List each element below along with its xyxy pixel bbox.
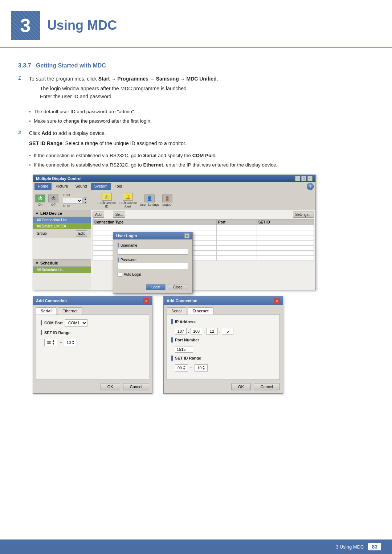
- username-label: Username: [118, 243, 188, 247]
- user-login-dialog-body: Username Password Auto Login: [113, 239, 192, 284]
- com-port-bar: [41, 320, 42, 325]
- from-spin-down-eth[interactable]: ▼: [183, 368, 185, 371]
- serial-tab-on-ethernet[interactable]: Serial: [167, 307, 186, 315]
- range-tilde: ~: [60, 340, 62, 345]
- mute-label: Mute: [63, 204, 87, 208]
- search-button[interactable]: Se...: [113, 212, 126, 218]
- ip-octet-4[interactable]: [222, 328, 233, 335]
- off-icon: ⏻: [48, 194, 58, 202]
- help-button[interactable]: ?: [307, 183, 314, 190]
- spin-up[interactable]: ▲: [83, 197, 87, 200]
- port-number-section: Port Number: [171, 337, 275, 353]
- mdc-sidebar: ▼ LFD Device All Connection List All Dev…: [33, 210, 91, 290]
- login-button[interactable]: Login: [146, 284, 166, 290]
- ethernet-dialog-tabs: Serial Ethernet: [164, 305, 283, 315]
- bullet-icon: •: [29, 118, 31, 124]
- ethernet-cancel-button[interactable]: Cancel: [254, 383, 280, 390]
- table-row: [93, 225, 314, 230]
- fault-device-alert-icon: 🔔: [123, 193, 133, 201]
- col-port: Port: [217, 219, 257, 225]
- port-input-container: [175, 346, 275, 353]
- set-id-range-row-ethernet: SET ID Range 00 ▲ ▼ ~ 10: [171, 356, 275, 372]
- serial-cancel-button[interactable]: Cancel: [123, 383, 149, 390]
- com-port-select[interactable]: COM1: [65, 319, 87, 327]
- logout-label: Logout: [162, 203, 172, 206]
- add-device-button[interactable]: Add: [93, 212, 104, 218]
- set-id-from-spinbox-eth[interactable]: 00 ▲ ▼: [175, 364, 188, 372]
- close-button[interactable]: ×: [307, 176, 313, 181]
- add-connection-serial-dialog: Add Connection × Serial Ethernet COM Por…: [33, 296, 152, 394]
- group-row: Group Edit: [33, 229, 91, 238]
- user-settings-btn[interactable]: 👤 User Settings: [140, 194, 159, 206]
- ethernet-dialog-footer: OK Cancel: [164, 380, 283, 393]
- input-selector[interactable]: Input ▲ ▼ Mute: [63, 193, 87, 208]
- ip-octet-1[interactable]: [175, 328, 187, 335]
- auto-login-label: Auto Login: [124, 272, 141, 276]
- input-dropdown[interactable]: [63, 198, 83, 204]
- dialog-close-button[interactable]: Close: [168, 284, 188, 290]
- port-number-input[interactable]: [175, 346, 193, 353]
- mdc-window: Multiple Display Control _ □ × Home Pict…: [33, 175, 316, 290]
- chapter-title: Using MDC: [47, 18, 117, 33]
- serial-tab[interactable]: Serial: [36, 307, 56, 315]
- ethernet-dialog-titlebar: Add Connection ×: [164, 296, 283, 305]
- set-id-spin-row: 00 ▲ ▼ ~ 10 ▲ ▼: [44, 339, 144, 346]
- set-id-from-spinbox[interactable]: 00 ▲ ▼: [44, 339, 57, 346]
- step-2-text: Click Add to add a display device. SET I…: [29, 129, 374, 148]
- ip-octet-3[interactable]: [206, 328, 218, 335]
- edit-group-button[interactable]: Edit: [76, 230, 87, 237]
- menu-picture[interactable]: Picture: [52, 183, 71, 190]
- all-connection-list-item[interactable]: All Connection List: [33, 217, 91, 223]
- on-label: On: [38, 203, 42, 206]
- col-set-id: SET ID: [257, 219, 314, 225]
- auto-login-checkbox[interactable]: [118, 272, 122, 277]
- lfd-device-section[interactable]: ▼ LFD Device: [33, 210, 91, 217]
- step-2-bullet-2: • If the connection is established via R…: [29, 161, 374, 169]
- toolbar-separator: [93, 195, 93, 206]
- to-spin-down-eth[interactable]: ▼: [203, 368, 205, 371]
- dialog-close-icon[interactable]: ×: [184, 233, 189, 238]
- to-spin-down[interactable]: ▼: [72, 342, 75, 345]
- step-1-sub-2: Enter the user ID and password.: [40, 93, 374, 100]
- ip-octet-2[interactable]: [191, 328, 202, 335]
- menu-sound[interactable]: Sound: [72, 183, 90, 190]
- all-schedule-list-item[interactable]: All Schedule List: [33, 267, 91, 273]
- logout-btn[interactable]: 🚪 Logout: [162, 194, 172, 206]
- fault-device-id-btn[interactable]: ⚠ Fault DeviceID: [98, 193, 116, 208]
- section-title: 3.3.7 Getting Started with MDC: [18, 62, 374, 69]
- menu-system[interactable]: System: [91, 183, 111, 190]
- bullet-icon: •: [29, 162, 31, 168]
- serial-dialog-close-button[interactable]: ×: [143, 298, 149, 304]
- toolbar-off-btn[interactable]: ⏻ Off: [48, 194, 58, 206]
- lfd-device-label: LFD Device: [40, 211, 62, 216]
- off-label: Off: [51, 203, 56, 206]
- minimize-button[interactable]: _: [295, 176, 300, 181]
- footer-text: 3 Using MDC: [336, 544, 364, 550]
- ethernet-dialog-close-button[interactable]: ×: [274, 298, 280, 304]
- set-id-range-row-serial: SET ID Range 00 ▲ ▼ ~ 10: [41, 330, 144, 346]
- spin-down[interactable]: ▼: [83, 201, 87, 204]
- ethernet-ok-button[interactable]: OK: [231, 383, 251, 390]
- password-bar: [118, 258, 119, 262]
- toolbar-on-btn[interactable]: ⏻ On: [35, 194, 45, 206]
- ip-dot-3: .: [219, 329, 220, 333]
- ethernet-tab[interactable]: Ethernet: [188, 307, 213, 315]
- serial-ok-button[interactable]: OK: [101, 383, 120, 390]
- group-label: Group: [37, 231, 47, 235]
- restore-button[interactable]: □: [301, 176, 306, 181]
- menu-tool[interactable]: Tool: [111, 183, 125, 190]
- settings-button[interactable]: Settings...: [293, 212, 314, 218]
- all-device-list-item[interactable]: All Device List(00): [33, 223, 91, 229]
- set-id-to-spinbox-eth[interactable]: 10 ▲ ▼: [195, 364, 208, 372]
- com-port-label: COM Port: [44, 321, 63, 325]
- set-id-to-spinbox[interactable]: 10 ▲ ▼: [64, 339, 77, 346]
- from-spin-down[interactable]: ▼: [52, 342, 55, 345]
- schedule-section[interactable]: ▼ Schedule: [33, 259, 91, 267]
- mdc-body: ▼ LFD Device All Connection List All Dev…: [33, 210, 315, 290]
- fault-device-alert-btn[interactable]: 🔔 Fault DeviceAlert: [119, 193, 137, 208]
- menu-home[interactable]: Home: [34, 183, 52, 190]
- username-input[interactable]: [118, 248, 188, 255]
- password-input[interactable]: [118, 263, 188, 269]
- ethernet-tab-on-serial[interactable]: Ethernet: [58, 307, 82, 315]
- chapter-header: 3 Using MDC: [0, 0, 392, 48]
